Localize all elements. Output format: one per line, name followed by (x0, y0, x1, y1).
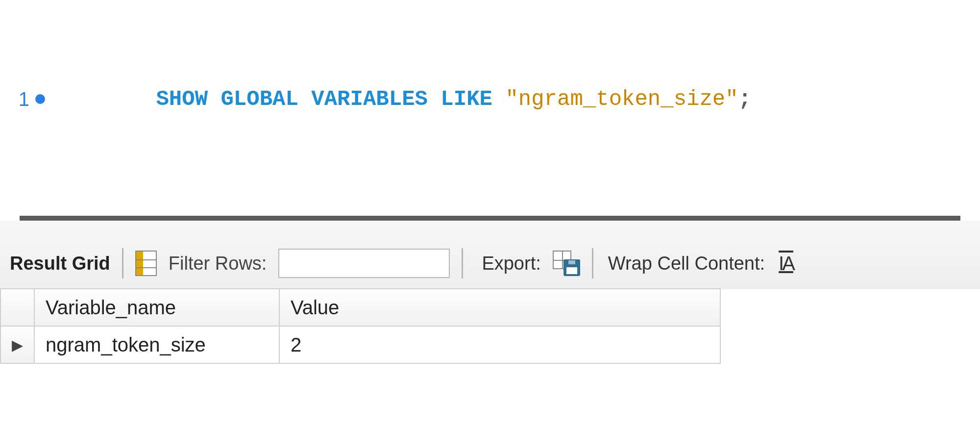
result-grid-label: Result Grid (10, 253, 110, 274)
row-indicator-icon[interactable]: ▶ (0, 326, 34, 363)
semicolon: ; (738, 87, 751, 111)
keyword-show: SHOW (156, 87, 208, 111)
result-table[interactable]: Variable_name Value ▶ ngram_token_size 2 (0, 288, 721, 364)
separator-icon (122, 248, 123, 279)
editor-gutter: 1 (0, 85, 49, 113)
keyword-like: LIKE (441, 87, 492, 111)
filter-rows-input[interactable] (278, 249, 450, 278)
keyword-variables: VARIABLES (311, 87, 428, 111)
sql-code[interactable]: SHOW GLOBAL VARIABLES LIKE "ngram_token_… (49, 58, 751, 140)
export-label: Export: (482, 253, 540, 274)
result-toolbar: Result Grid Filter Rows: Export: Wrap Ce… (0, 221, 980, 289)
column-header-value[interactable]: Value (279, 289, 720, 326)
table-row[interactable]: ▶ ngram_token_size 2 (0, 326, 720, 363)
pane-splitter[interactable] (20, 216, 960, 221)
table-header-row: Variable_name Value (0, 289, 720, 326)
keyword-global: GLOBAL (220, 87, 298, 111)
wrap-cell-content-icon[interactable]: IA (777, 253, 795, 275)
corner-cell (0, 289, 34, 326)
filter-rows-label: Filter Rows: (169, 253, 267, 274)
cell-variable-name[interactable]: ngram_token_size (34, 326, 279, 363)
sql-editor[interactable]: 1 SHOW GLOBAL VARIABLES LIKE "ngram_toke… (0, 0, 980, 216)
export-icon[interactable] (553, 251, 580, 276)
column-header-variable-name[interactable]: Variable_name (34, 289, 279, 326)
separator-icon (462, 248, 463, 279)
line-number: 1 (19, 85, 29, 113)
editor-line[interactable]: 1 SHOW GLOBAL VARIABLES LIKE "ngram_toke… (0, 58, 980, 140)
wrap-cell-content-label: Wrap Cell Content: (608, 253, 765, 274)
result-grid-icon[interactable] (135, 251, 157, 276)
execution-marker-icon (35, 94, 45, 104)
string-literal: "ngram_token_size" (505, 87, 738, 111)
cell-value[interactable]: 2 (279, 326, 720, 363)
separator-icon (592, 248, 593, 279)
